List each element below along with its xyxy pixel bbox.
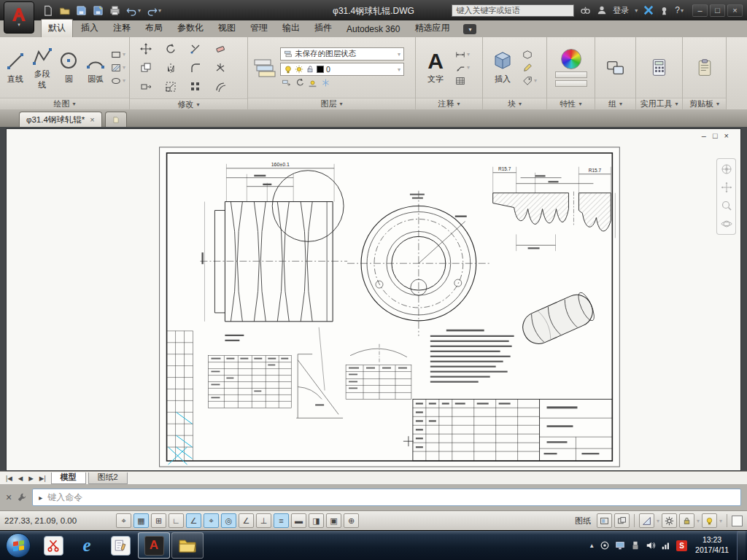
- toggle-3d-osnap[interactable]: ◎: [221, 513, 236, 528]
- tab-model[interactable]: 模型: [51, 472, 86, 484]
- start-button[interactable]: [6, 533, 31, 558]
- rectangle-tool[interactable]: ▾: [111, 50, 125, 60]
- tray-usb-icon[interactable]: [630, 540, 640, 551]
- layer-match-icon[interactable]: [282, 78, 291, 88]
- scale-icon[interactable]: [165, 81, 177, 93]
- object-color-dropdown[interactable]: [555, 71, 587, 78]
- drawing-close-button[interactable]: ×: [724, 131, 729, 140]
- layer-properties-button[interactable]: [252, 57, 276, 79]
- tray-display-icon[interactable]: [615, 540, 625, 551]
- annotation-scale-button[interactable]: [639, 513, 654, 528]
- taskbar-file-explorer[interactable]: [171, 532, 204, 559]
- toggle-osnap[interactable]: ⌖: [204, 513, 219, 528]
- ribbon-tab-home[interactable]: 默认: [41, 19, 73, 37]
- input-method-icon[interactable]: S: [676, 540, 687, 551]
- chevron-down-icon[interactable]: ▾: [719, 518, 722, 524]
- chevron-down-icon[interactable]: ▾: [635, 7, 638, 14]
- new-drawing-tab[interactable]: [105, 112, 127, 127]
- redo-button[interactable]: ▾: [147, 5, 161, 16]
- dimension-tool[interactable]: ▾: [455, 50, 470, 60]
- toggle-polar[interactable]: ∠: [186, 513, 201, 528]
- quick-view-drawings-button[interactable]: [614, 513, 630, 528]
- file-tab-active[interactable]: φ31.4钢球轧辊* ×: [19, 112, 102, 127]
- taskbar-screenshot-app[interactable]: [37, 532, 69, 559]
- orbit-icon[interactable]: [721, 218, 732, 230]
- panel-label-group[interactable]: 组 ▾: [595, 98, 635, 109]
- taskbar-text-editor[interactable]: [104, 532, 136, 559]
- panel-label-properties[interactable]: 特性 ▾: [547, 98, 595, 109]
- erase-icon[interactable]: [214, 43, 226, 55]
- signin-link[interactable]: 登录: [613, 5, 629, 16]
- plot-button[interactable]: [109, 5, 120, 16]
- tray-app-icon[interactable]: [600, 540, 610, 551]
- close-button[interactable]: ×: [727, 4, 743, 17]
- chevron-down-icon[interactable]: ▾: [657, 518, 659, 524]
- table-tool[interactable]: [455, 76, 470, 86]
- taskbar-clock[interactable]: 13:23 2017/4/11: [692, 535, 732, 555]
- ribbon-tab-featured-apps[interactable]: 精选应用: [408, 20, 456, 37]
- exchange-apps-icon[interactable]: [643, 5, 654, 15]
- layer-isolate-icon[interactable]: [308, 78, 317, 88]
- ribbon-tab-layout[interactable]: 布局: [139, 20, 169, 37]
- color-wheel-icon[interactable]: [561, 49, 581, 69]
- taskbar-internet-explorer[interactable]: e: [71, 532, 103, 559]
- close-icon[interactable]: ×: [90, 115, 94, 124]
- close-icon[interactable]: ×: [6, 491, 12, 503]
- array-icon[interactable]: [190, 81, 201, 93]
- lineweight-dropdown[interactable]: [555, 80, 587, 87]
- clipboard-icon[interactable]: [695, 58, 714, 77]
- layer-prev-icon[interactable]: [295, 78, 304, 88]
- help-button[interactable]: ? ▾: [675, 5, 684, 15]
- ribbon-tab-view[interactable]: 视图: [212, 20, 242, 37]
- toggle-otrack[interactable]: ∠: [239, 513, 254, 528]
- calculator-icon[interactable]: [649, 58, 669, 77]
- workspace-switching-button[interactable]: [662, 513, 677, 528]
- command-input[interactable]: ▸ 键入命令: [32, 489, 741, 506]
- toggle-infer-constraints[interactable]: ⌖: [116, 513, 131, 528]
- offset-icon[interactable]: [214, 81, 226, 93]
- ribbon-tab-parametric[interactable]: 参数化: [171, 20, 210, 37]
- drawing-minimize-button[interactable]: –: [702, 131, 706, 140]
- tab-paper2[interactable]: 图纸2: [88, 472, 128, 484]
- toggle-snap[interactable]: ▦: [133, 513, 149, 528]
- toolbar-lock-button[interactable]: [679, 513, 694, 528]
- copy-icon[interactable]: [140, 62, 152, 74]
- restore-button[interactable]: □: [710, 4, 725, 17]
- save-button[interactable]: [76, 5, 87, 16]
- drawing-restore-button[interactable]: □: [713, 131, 718, 140]
- toggle-lineweight[interactable]: ▬: [291, 513, 306, 528]
- customize-wrench-icon[interactable]: [17, 492, 27, 502]
- keyhole-icon[interactable]: [659, 6, 669, 15]
- edit-block-tool[interactable]: [522, 63, 537, 73]
- group-icon[interactable]: [605, 58, 626, 78]
- space-toggle-button[interactable]: 图纸: [571, 516, 595, 526]
- layer-freeze-icon[interactable]: [321, 78, 330, 88]
- mirror-icon[interactable]: [165, 62, 177, 74]
- ribbon-tab-annotate[interactable]: 注释: [107, 20, 137, 37]
- binoculars-search-icon[interactable]: [580, 5, 591, 16]
- steering-wheel-icon[interactable]: [721, 163, 732, 175]
- line-tool[interactable]: 直线: [4, 50, 27, 85]
- minimize-button[interactable]: –: [692, 4, 708, 17]
- chevron-down-icon[interactable]: ▾: [697, 518, 700, 524]
- panel-label-block[interactable]: 块 ▾: [483, 98, 546, 109]
- ribbon-tab-autodesk360[interactable]: Autodesk 360: [340, 22, 406, 37]
- open-button[interactable]: [59, 5, 70, 16]
- pan-icon[interactable]: [721, 182, 732, 193]
- create-block-tool[interactable]: [522, 50, 537, 60]
- help-search-input[interactable]: 键入关键字或短语: [452, 4, 574, 17]
- toggle-selection-cycling[interactable]: ⊕: [344, 513, 359, 528]
- navigation-bar[interactable]: [716, 158, 736, 235]
- last-layout-button[interactable]: ▶|: [36, 475, 49, 482]
- panel-label-utilities[interactable]: 实用工具 ▾: [636, 98, 682, 109]
- toggle-ortho[interactable]: ∟: [169, 513, 184, 528]
- ribbon-tab-insert[interactable]: 插入: [74, 20, 105, 37]
- ellipse-tool[interactable]: ▾: [111, 76, 125, 86]
- fillet-icon[interactable]: [190, 62, 201, 74]
- show-desktop-button[interactable]: [737, 531, 746, 560]
- clean-screen-button[interactable]: [732, 516, 743, 526]
- layer-select-dropdown[interactable]: 0 ▾: [280, 63, 404, 76]
- panel-label-clipboard[interactable]: 剪贴板 ▾: [683, 98, 726, 109]
- stretch-icon[interactable]: [140, 81, 152, 93]
- previous-layout-button[interactable]: ◀: [15, 475, 26, 482]
